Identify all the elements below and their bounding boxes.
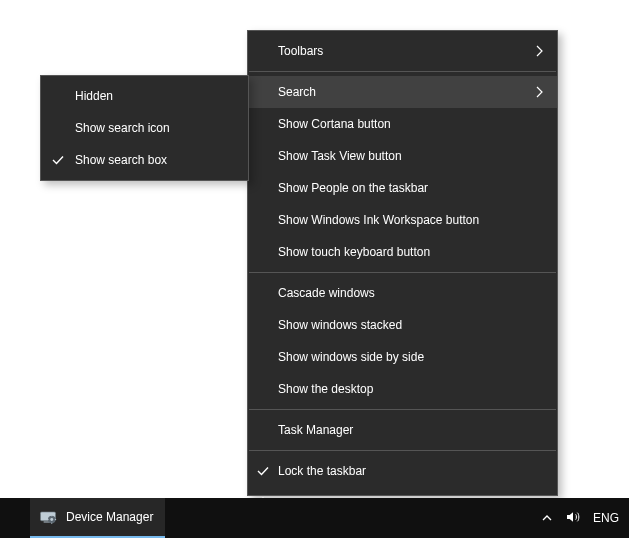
submenu-item-show-box[interactable]: Show search box: [41, 144, 248, 176]
separator: [249, 272, 556, 273]
search-submenu: Hidden Show search icon Show search box: [40, 75, 249, 181]
taskbar-context-menu: Toolbars Search Show Cortana button Show…: [247, 30, 558, 496]
label: Show windows side by side: [278, 350, 543, 364]
language-indicator[interactable]: ENG: [593, 511, 619, 525]
menu-item-stacked[interactable]: Show windows stacked: [248, 309, 557, 341]
menu-item-taskview[interactable]: Show Task View button: [248, 140, 557, 172]
menu-item-taskmgr[interactable]: Task Manager: [248, 414, 557, 446]
taskbar-app-device-manager[interactable]: Device Manager: [30, 498, 165, 538]
label: Show People on the taskbar: [278, 181, 543, 195]
label: Show touch keyboard button: [278, 245, 543, 259]
menu-item-touchkb[interactable]: Show touch keyboard button: [248, 236, 557, 268]
label: Show Windows Ink Workspace button: [278, 213, 543, 227]
separator: [249, 450, 556, 451]
chevron-right-icon: [527, 86, 543, 98]
menu-item-people[interactable]: Show People on the taskbar: [248, 172, 557, 204]
submenu-item-show-icon[interactable]: Show search icon: [41, 112, 248, 144]
menu-item-search[interactable]: Search: [248, 76, 557, 108]
taskbar-app-label: Device Manager: [66, 510, 153, 524]
label: Show search icon: [75, 121, 234, 135]
svg-point-13: [50, 518, 53, 521]
check-icon: [248, 464, 278, 478]
label: Show Task View button: [278, 149, 543, 163]
label: Show Cortana button: [278, 117, 543, 131]
menu-item-lock[interactable]: Lock the taskbar: [248, 455, 557, 487]
menu-item-toolbars[interactable]: Toolbars: [248, 35, 557, 67]
taskbar-start-area[interactable]: [0, 498, 30, 538]
separator: [249, 409, 556, 410]
label: Search: [278, 85, 527, 99]
taskbar-spacer: [165, 498, 531, 538]
device-manager-icon: [38, 507, 58, 527]
label: Cascade windows: [278, 286, 543, 300]
label: Hidden: [75, 89, 234, 103]
menu-item-ink[interactable]: Show Windows Ink Workspace button: [248, 204, 557, 236]
submenu-item-hidden[interactable]: Hidden: [41, 80, 248, 112]
menu-item-cortana[interactable]: Show Cortana button: [248, 108, 557, 140]
separator: [249, 71, 556, 72]
volume-icon[interactable]: [565, 509, 581, 528]
menu-item-sidebyside[interactable]: Show windows side by side: [248, 341, 557, 373]
chevron-right-icon: [527, 45, 543, 57]
label: Show the desktop: [278, 382, 543, 396]
menu-item-desktop[interactable]: Show the desktop: [248, 373, 557, 405]
taskbar: Device Manager ENG: [0, 498, 629, 538]
tray-overflow-icon[interactable]: [541, 512, 553, 524]
label: Lock the taskbar: [278, 464, 543, 478]
label: Toolbars: [278, 44, 527, 58]
label: Show search box: [75, 153, 234, 167]
check-icon: [41, 153, 75, 167]
menu-item-cascade[interactable]: Cascade windows: [248, 277, 557, 309]
system-tray: ENG: [531, 498, 629, 538]
label: Show windows stacked: [278, 318, 543, 332]
label: Task Manager: [278, 423, 543, 437]
